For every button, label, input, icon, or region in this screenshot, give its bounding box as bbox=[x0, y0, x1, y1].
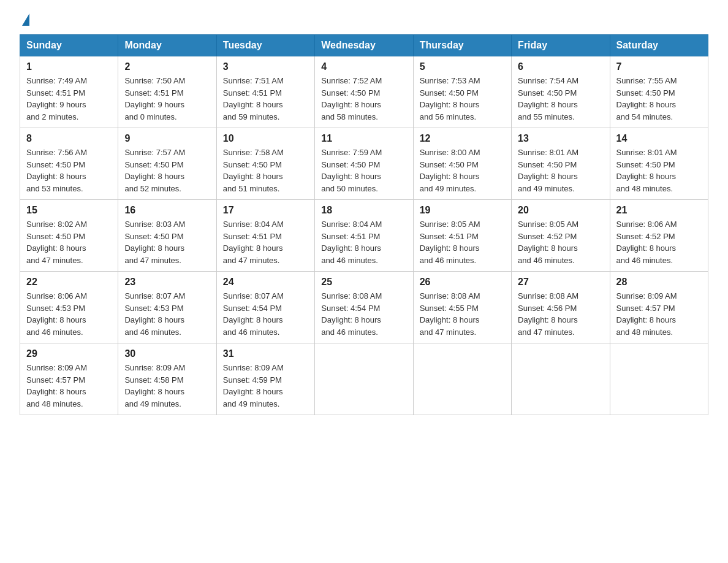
day-number: 20 bbox=[518, 205, 603, 216]
day-number: 2 bbox=[124, 61, 210, 72]
day-number: 19 bbox=[420, 205, 505, 216]
day-number: 16 bbox=[124, 205, 210, 216]
calendar-cell bbox=[610, 343, 708, 415]
day-info: Sunrise: 8:02 AMSunset: 4:50 PMDaylight:… bbox=[26, 218, 112, 266]
day-number: 30 bbox=[124, 348, 210, 359]
calendar-cell: 29 Sunrise: 8:09 AMSunset: 4:57 PMDaylig… bbox=[20, 343, 118, 415]
day-info: Sunrise: 8:01 AMSunset: 4:50 PMDaylight:… bbox=[518, 147, 603, 194]
calendar-table: SundayMondayTuesdayWednesdayThursdayFrid… bbox=[20, 34, 708, 415]
day-info: Sunrise: 8:08 AMSunset: 4:55 PMDaylight:… bbox=[420, 290, 505, 338]
day-number: 11 bbox=[321, 133, 406, 144]
day-number: 22 bbox=[26, 277, 112, 288]
day-number: 28 bbox=[616, 277, 702, 288]
calendar-cell: 24 Sunrise: 8:07 AMSunset: 4:54 PMDaylig… bbox=[216, 272, 314, 343]
day-info: Sunrise: 7:56 AMSunset: 4:50 PMDaylight:… bbox=[26, 147, 112, 194]
day-info: Sunrise: 8:01 AMSunset: 4:50 PMDaylight:… bbox=[616, 147, 702, 194]
day-number: 25 bbox=[321, 277, 406, 288]
calendar-cell bbox=[413, 343, 511, 415]
weekday-header-cell: Tuesday bbox=[216, 35, 314, 56]
day-info: Sunrise: 8:05 AMSunset: 4:52 PMDaylight:… bbox=[518, 218, 603, 266]
day-number: 3 bbox=[223, 61, 308, 72]
calendar-cell: 5 Sunrise: 7:53 AMSunset: 4:50 PMDayligh… bbox=[413, 56, 511, 128]
calendar-cell: 28 Sunrise: 8:09 AMSunset: 4:57 PMDaylig… bbox=[610, 272, 708, 343]
day-info: Sunrise: 8:09 AMSunset: 4:57 PMDaylight:… bbox=[616, 290, 702, 338]
day-info: Sunrise: 8:04 AMSunset: 4:51 PMDaylight:… bbox=[321, 218, 406, 266]
day-number: 7 bbox=[616, 61, 702, 72]
day-info: Sunrise: 7:59 AMSunset: 4:50 PMDaylight:… bbox=[321, 147, 406, 194]
calendar-cell: 15 Sunrise: 8:02 AMSunset: 4:50 PMDaylig… bbox=[20, 200, 118, 272]
day-info: Sunrise: 7:58 AMSunset: 4:50 PMDaylight:… bbox=[223, 147, 308, 194]
day-number: 13 bbox=[518, 133, 603, 144]
calendar-row: 1 Sunrise: 7:49 AMSunset: 4:51 PMDayligh… bbox=[20, 56, 708, 128]
logo bbox=[20, 15, 31, 25]
day-info: Sunrise: 7:54 AMSunset: 4:50 PMDaylight:… bbox=[518, 75, 603, 123]
day-number: 14 bbox=[616, 133, 702, 144]
day-number: 9 bbox=[124, 133, 210, 144]
day-info: Sunrise: 8:00 AMSunset: 4:50 PMDaylight:… bbox=[420, 147, 505, 194]
calendar-row: 22 Sunrise: 8:06 AMSunset: 4:53 PMDaylig… bbox=[20, 272, 708, 343]
day-info: Sunrise: 7:51 AMSunset: 4:51 PMDaylight:… bbox=[223, 75, 308, 123]
page-header bbox=[20, 15, 708, 25]
calendar-cell: 7 Sunrise: 7:55 AMSunset: 4:50 PMDayligh… bbox=[610, 56, 708, 128]
calendar-cell: 12 Sunrise: 8:00 AMSunset: 4:50 PMDaylig… bbox=[413, 128, 511, 200]
calendar-cell: 25 Sunrise: 8:08 AMSunset: 4:54 PMDaylig… bbox=[315, 272, 413, 343]
calendar-cell: 26 Sunrise: 8:08 AMSunset: 4:55 PMDaylig… bbox=[413, 272, 511, 343]
calendar-cell: 4 Sunrise: 7:52 AMSunset: 4:50 PMDayligh… bbox=[315, 56, 413, 128]
day-info: Sunrise: 8:08 AMSunset: 4:54 PMDaylight:… bbox=[321, 290, 406, 338]
day-number: 31 bbox=[223, 348, 308, 359]
weekday-header-cell: Monday bbox=[118, 35, 216, 56]
calendar-cell: 9 Sunrise: 7:57 AMSunset: 4:50 PMDayligh… bbox=[118, 128, 216, 200]
day-info: Sunrise: 8:09 AMSunset: 4:59 PMDaylight:… bbox=[223, 362, 308, 410]
logo-triangle-icon bbox=[22, 13, 29, 26]
day-info: Sunrise: 8:09 AMSunset: 4:58 PMDaylight:… bbox=[124, 362, 210, 410]
day-number: 17 bbox=[223, 205, 308, 216]
calendar-cell: 6 Sunrise: 7:54 AMSunset: 4:50 PMDayligh… bbox=[512, 56, 610, 128]
calendar-cell bbox=[315, 343, 413, 415]
calendar-row: 8 Sunrise: 7:56 AMSunset: 4:50 PMDayligh… bbox=[20, 128, 708, 200]
weekday-header-cell: Saturday bbox=[610, 35, 708, 56]
day-number: 8 bbox=[26, 133, 112, 144]
day-number: 21 bbox=[616, 205, 702, 216]
day-info: Sunrise: 8:07 AMSunset: 4:53 PMDaylight:… bbox=[124, 290, 210, 338]
calendar-cell: 22 Sunrise: 8:06 AMSunset: 4:53 PMDaylig… bbox=[20, 272, 118, 343]
calendar-cell: 18 Sunrise: 8:04 AMSunset: 4:51 PMDaylig… bbox=[315, 200, 413, 272]
weekday-header-cell: Thursday bbox=[413, 35, 511, 56]
day-info: Sunrise: 7:52 AMSunset: 4:50 PMDaylight:… bbox=[321, 75, 406, 123]
calendar-cell: 2 Sunrise: 7:50 AMSunset: 4:51 PMDayligh… bbox=[118, 56, 216, 128]
calendar-cell bbox=[512, 343, 610, 415]
calendar-cell: 1 Sunrise: 7:49 AMSunset: 4:51 PMDayligh… bbox=[20, 56, 118, 128]
day-number: 24 bbox=[223, 277, 308, 288]
calendar-cell: 23 Sunrise: 8:07 AMSunset: 4:53 PMDaylig… bbox=[118, 272, 216, 343]
day-info: Sunrise: 8:07 AMSunset: 4:54 PMDaylight:… bbox=[223, 290, 308, 338]
day-number: 15 bbox=[26, 205, 112, 216]
calendar-cell: 20 Sunrise: 8:05 AMSunset: 4:52 PMDaylig… bbox=[512, 200, 610, 272]
weekday-header-cell: Sunday bbox=[20, 35, 118, 56]
day-number: 4 bbox=[321, 61, 406, 72]
calendar-cell: 21 Sunrise: 8:06 AMSunset: 4:52 PMDaylig… bbox=[610, 200, 708, 272]
day-info: Sunrise: 8:09 AMSunset: 4:57 PMDaylight:… bbox=[26, 362, 112, 410]
day-number: 10 bbox=[223, 133, 308, 144]
day-number: 5 bbox=[420, 61, 505, 72]
day-info: Sunrise: 8:06 AMSunset: 4:53 PMDaylight:… bbox=[26, 290, 112, 338]
calendar-cell: 11 Sunrise: 7:59 AMSunset: 4:50 PMDaylig… bbox=[315, 128, 413, 200]
day-number: 27 bbox=[518, 277, 603, 288]
calendar-cell: 8 Sunrise: 7:56 AMSunset: 4:50 PMDayligh… bbox=[20, 128, 118, 200]
day-number: 23 bbox=[124, 277, 210, 288]
calendar-row: 15 Sunrise: 8:02 AMSunset: 4:50 PMDaylig… bbox=[20, 200, 708, 272]
calendar-cell: 13 Sunrise: 8:01 AMSunset: 4:50 PMDaylig… bbox=[512, 128, 610, 200]
day-info: Sunrise: 8:03 AMSunset: 4:50 PMDaylight:… bbox=[124, 218, 210, 266]
day-info: Sunrise: 8:08 AMSunset: 4:56 PMDaylight:… bbox=[518, 290, 603, 338]
day-info: Sunrise: 7:57 AMSunset: 4:50 PMDaylight:… bbox=[124, 147, 210, 194]
weekday-header-cell: Wednesday bbox=[315, 35, 413, 56]
calendar-cell: 30 Sunrise: 8:09 AMSunset: 4:58 PMDaylig… bbox=[118, 343, 216, 415]
day-info: Sunrise: 8:05 AMSunset: 4:51 PMDaylight:… bbox=[420, 218, 505, 266]
calendar-body: 1 Sunrise: 7:49 AMSunset: 4:51 PMDayligh… bbox=[20, 56, 708, 415]
calendar-row: 29 Sunrise: 8:09 AMSunset: 4:57 PMDaylig… bbox=[20, 343, 708, 415]
calendar-cell: 3 Sunrise: 7:51 AMSunset: 4:51 PMDayligh… bbox=[216, 56, 314, 128]
day-info: Sunrise: 7:55 AMSunset: 4:50 PMDaylight:… bbox=[616, 75, 702, 123]
day-info: Sunrise: 7:49 AMSunset: 4:51 PMDaylight:… bbox=[26, 75, 112, 123]
day-number: 12 bbox=[420, 133, 505, 144]
calendar-cell: 10 Sunrise: 7:58 AMSunset: 4:50 PMDaylig… bbox=[216, 128, 314, 200]
day-info: Sunrise: 7:50 AMSunset: 4:51 PMDaylight:… bbox=[124, 75, 210, 123]
day-info: Sunrise: 8:06 AMSunset: 4:52 PMDaylight:… bbox=[616, 218, 702, 266]
